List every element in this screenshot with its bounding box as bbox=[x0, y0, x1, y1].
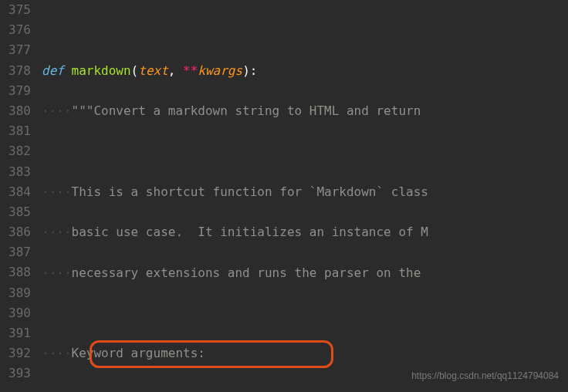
line-number: 393 bbox=[6, 363, 31, 384]
line-number: 388 bbox=[6, 262, 31, 282]
line-number: 386 bbox=[6, 222, 31, 242]
code-line bbox=[42, 20, 568, 40]
line-number: 391 bbox=[6, 323, 31, 343]
line-number: 380 bbox=[6, 101, 31, 121]
line-number: 378 bbox=[6, 61, 31, 81]
line-number: 392 bbox=[6, 343, 31, 363]
line-number: 379 bbox=[6, 81, 31, 101]
line-number: 390 bbox=[6, 303, 31, 323]
line-number: 387 bbox=[6, 242, 31, 262]
code-line: ····Keyword arguments: bbox=[42, 343, 568, 363]
code-line: ····This is a shortcut function for `Mar… bbox=[42, 182, 568, 202]
code-line bbox=[42, 141, 568, 161]
code-line: def markdown(text, **kwargs): bbox=[42, 61, 568, 81]
code-line bbox=[42, 303, 568, 323]
code-editor[interactable]: 375 376 377 378 379 380 381 382 383 384 … bbox=[0, 0, 568, 392]
line-number: 382 bbox=[6, 141, 31, 161]
line-number: 377 bbox=[6, 40, 31, 60]
line-number: 389 bbox=[6, 283, 31, 303]
code-area[interactable]: def markdown(text, **kwargs): ····"""Con… bbox=[42, 0, 568, 392]
watermark-text: https://blog.csdn.net/qq1124794084 bbox=[411, 366, 559, 386]
line-number-gutter: 375 376 377 378 379 380 381 382 383 384 … bbox=[0, 0, 42, 392]
code-line: ····"""Convert a markdown string to HTML… bbox=[42, 101, 568, 121]
code-line: ····necessary extensions and runs the pa… bbox=[42, 263, 568, 283]
line-number: 381 bbox=[6, 121, 31, 141]
line-number: 383 bbox=[6, 162, 31, 182]
line-number: 376 bbox=[6, 20, 31, 40]
line-number: 375 bbox=[6, 0, 31, 20]
code-line: ····basic use case. It initializes an in… bbox=[42, 222, 568, 242]
line-number: 385 bbox=[6, 202, 31, 222]
line-number: 384 bbox=[6, 182, 31, 202]
